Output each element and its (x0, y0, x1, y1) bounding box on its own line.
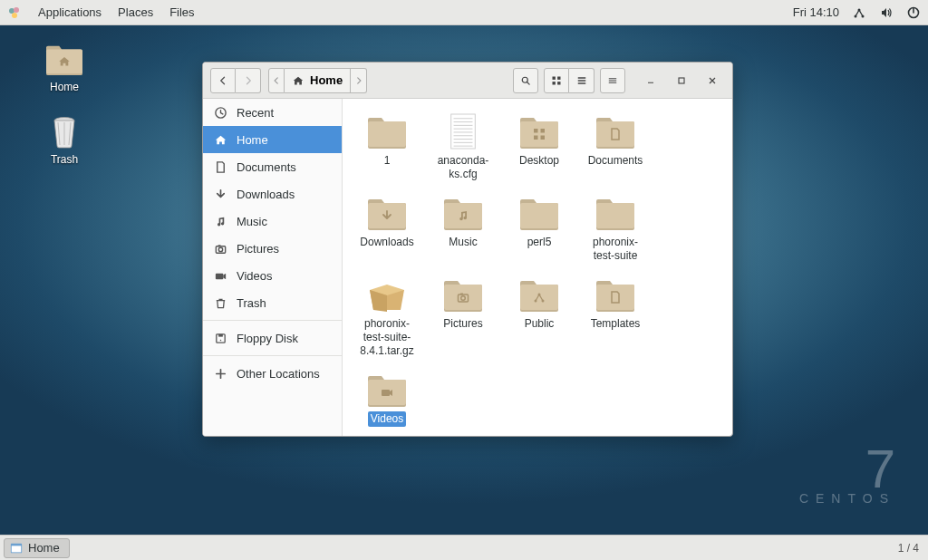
icon-grid: 1anaconda-ks.cfgDesktopDocumentsDownload… (350, 108, 725, 430)
sidebar-item-music[interactable]: Music (203, 208, 342, 235)
sidebar-item-trash[interactable]: Trash (203, 289, 342, 316)
hamburger-menu-button[interactable] (600, 68, 625, 93)
file-name-label: Pictures (440, 316, 485, 332)
folder-icon (366, 371, 408, 409)
folder-icon (594, 112, 636, 150)
path-prev-button[interactable] (268, 68, 285, 93)
clock-label[interactable]: Fri 14:10 (793, 5, 839, 19)
sidebar-item-home[interactable]: Home (203, 126, 342, 153)
watermark-number: 7 (799, 442, 895, 497)
file-view[interactable]: 1anaconda-ks.cfgDesktopDocumentsDownload… (343, 99, 732, 436)
sidebar-item-label: Documents (237, 160, 296, 174)
sidebar-item-other-locations[interactable]: Other Locations (203, 360, 342, 387)
svg-rect-22 (451, 114, 476, 149)
applications-menu[interactable]: Applications (38, 5, 102, 19)
file-item[interactable]: 1 (350, 108, 424, 186)
sidebar-item-label: Pictures (237, 242, 279, 256)
folder-icon (442, 194, 484, 232)
file-item[interactable]: anaconda-ks.cfg (426, 108, 500, 186)
trash-icon (214, 296, 227, 310)
folder-home-icon (44, 41, 84, 77)
desktop-trash-icon[interactable]: Trash (33, 113, 96, 166)
file-thumb (441, 275, 485, 314)
desktop-home-icon[interactable]: Home (33, 41, 96, 93)
desktop-icon-label: Trash (51, 153, 78, 166)
desktop-icon-label: Home (50, 81, 79, 93)
desktop-icons: Home Trash (33, 41, 96, 166)
svg-point-18 (9, 8, 14, 14)
file-item[interactable]: Videos (350, 366, 424, 430)
sidebar-item-recent[interactable]: Recent (203, 99, 342, 126)
taskbar-window-button[interactable]: Home (4, 538, 70, 558)
file-item[interactable]: Desktop (502, 108, 576, 186)
camera-icon (214, 242, 227, 256)
sidebar-item-videos[interactable]: Videos (203, 262, 342, 289)
sidebar-item-label: Home (237, 133, 268, 147)
headerbar: Home (203, 63, 732, 99)
video-icon (214, 269, 227, 283)
file-item[interactable]: phoronix-test-suite (578, 189, 652, 267)
archive-icon (366, 275, 408, 314)
minimize-button[interactable] (638, 68, 663, 93)
forward-button[interactable] (236, 68, 261, 93)
music-icon (214, 215, 227, 228)
sidebar-item-documents[interactable]: Documents (203, 153, 342, 180)
file-name-label: Public (522, 316, 557, 332)
svg-rect-33 (12, 546, 22, 552)
file-item[interactable]: perl5 (502, 189, 576, 267)
file-name-label: anaconda-ks.cfg (428, 153, 498, 182)
bottom-panel: Home 1 / 4 (0, 535, 928, 560)
file-name-label: Templates (588, 316, 643, 332)
sidebar-item-pictures[interactable]: Pictures (203, 235, 342, 262)
file-item[interactable]: Music (426, 189, 500, 267)
sidebar-separator (203, 355, 342, 356)
power-icon[interactable] (906, 5, 921, 20)
file-thumb (365, 111, 409, 151)
text-file-icon (446, 112, 480, 150)
file-name-label: Music (446, 235, 479, 250)
back-button[interactable] (210, 68, 236, 93)
file-thumb (517, 111, 561, 151)
sidebar-item-downloads[interactable]: Downloads (203, 180, 342, 208)
folder-icon (518, 194, 560, 232)
path-next-button[interactable] (351, 68, 367, 93)
file-item[interactable]: Public (502, 271, 576, 362)
download-icon (214, 188, 227, 201)
file-item[interactable]: phoronix-test-suite-8.4.1.tar.gz (350, 271, 424, 362)
svg-point-19 (14, 7, 19, 13)
file-item[interactable]: Downloads (350, 189, 424, 267)
file-thumb (365, 193, 409, 233)
folder-icon (518, 275, 560, 314)
icon-view-button[interactable] (544, 68, 569, 93)
maximize-button[interactable] (669, 68, 694, 93)
folder-icon (594, 194, 636, 232)
places-sidebar: RecentHomeDocumentsDownloadsMusicPicture… (203, 99, 343, 436)
file-name-label: perl5 (525, 235, 555, 250)
sidebar-separator (203, 320, 342, 321)
path-location-button[interactable]: Home (285, 68, 351, 93)
file-name-label: phoronix-test-suite-8.4.1.tar.gz (352, 316, 422, 359)
sidebar-item-label: Downloads (237, 188, 295, 201)
places-menu[interactable]: Places (118, 5, 153, 19)
folder-icon (594, 275, 636, 314)
file-item[interactable]: Templates (578, 271, 652, 362)
folder-icon (366, 112, 408, 150)
file-item[interactable]: Documents (578, 108, 652, 186)
sidebar-item-label: Other Locations (237, 367, 320, 381)
files-appmenu[interactable]: Files (169, 5, 194, 19)
workspace-indicator[interactable]: 1 / 4 (889, 542, 928, 555)
search-button[interactable] (513, 68, 538, 93)
sidebar-item-label: Videos (237, 269, 273, 283)
home-icon (292, 74, 304, 87)
network-icon[interactable] (852, 5, 866, 20)
close-button[interactable] (700, 68, 725, 93)
sidebar-item-floppy-disk[interactable]: Floppy Disk (203, 324, 342, 352)
nautilus-window: Home RecentHomeDocumentsDownloadsMusicPi… (202, 62, 733, 437)
pathbar: Home (268, 68, 367, 93)
volume-icon[interactable] (879, 5, 894, 20)
file-name-label: phoronix-test-suite (580, 235, 651, 264)
top-panel: Applications Places Files Fri 14:10 (0, 0, 928, 25)
folder-icon (518, 112, 560, 150)
file-item[interactable]: Pictures (426, 271, 500, 362)
list-view-button[interactable] (569, 68, 594, 93)
